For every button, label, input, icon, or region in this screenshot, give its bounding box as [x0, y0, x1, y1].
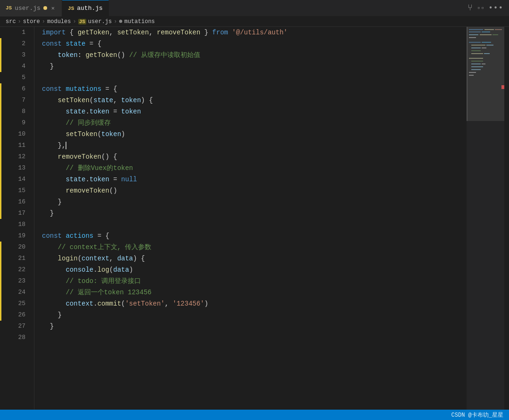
- line-number-12: 12: [8, 151, 29, 162]
- split-editor-icon[interactable]: ▫▫: [476, 4, 484, 12]
- line-number-2: 2: [8, 38, 29, 49]
- token-plain: ,: [113, 95, 121, 106]
- token-plain: .: [85, 106, 89, 117]
- token-prop: console: [66, 264, 93, 275]
- token-plain: = {: [85, 38, 101, 49]
- line-number-9: 9: [8, 117, 29, 129]
- gutter-indicator-2: [0, 38, 1, 49]
- token-var: actions: [66, 230, 93, 242]
- token-plain: [42, 287, 66, 298]
- gutter-indicator-26: [0, 309, 1, 321]
- token-plain: [42, 162, 66, 174]
- code-line-4: }: [42, 61, 467, 72]
- token-plain: [42, 117, 66, 129]
- breadcrumb-src[interactable]: src: [6, 18, 16, 25]
- line-number-6: 6: [8, 83, 29, 95]
- status-bar: CSDN @卡布叻_星星: [0, 410, 509, 420]
- breadcrumb-filename[interactable]: user.js: [88, 18, 112, 25]
- code-line-12: removeToken() {: [42, 151, 467, 162]
- code-area[interactable]: import { getToken, setToken, removeToken…: [34, 27, 467, 410]
- breadcrumb-func-icon: ⊛: [119, 18, 122, 25]
- token-plain: {: [66, 27, 77, 38]
- token-param: data: [117, 253, 133, 264]
- token-fn: removeToken: [66, 185, 109, 196]
- code-line-18: [42, 219, 467, 230]
- minimap[interactable]: [467, 27, 504, 410]
- code-line-19: const actions = {: [42, 230, 467, 242]
- gutter-indicator-15: [0, 185, 1, 196]
- token-plain: .: [93, 264, 97, 275]
- gutter-indicator-11: [0, 140, 1, 151]
- line-number-28: 28: [8, 332, 29, 343]
- line-number-11: 11: [8, 140, 29, 151]
- token-plain: [42, 95, 58, 106]
- code-line-27: }: [42, 321, 467, 332]
- editor-container: JS user.js ✕ JS auth.js ⑂ ▫▫ ••• src › s…: [0, 0, 509, 420]
- line-number-27: 27: [8, 321, 29, 332]
- token-prop: token: [90, 174, 109, 185]
- source-control-icon[interactable]: ⑂: [468, 3, 473, 13]
- token-plain: }: [42, 309, 62, 321]
- line-number-13: 13: [8, 162, 29, 174]
- token-str: 'setToken': [125, 298, 164, 309]
- tab-auth-js[interactable]: JS auth.js: [62, 0, 109, 16]
- vertical-scrollbar[interactable]: [504, 27, 509, 410]
- line-number-21: 21: [8, 253, 29, 264]
- gutter-indicator-13: [0, 162, 1, 174]
- code-line-7: setToken(state, token) {: [42, 95, 467, 106]
- minimap-slider[interactable]: [467, 27, 504, 121]
- token-prop: state: [66, 174, 85, 185]
- token-comment: // 同步到缓存: [66, 117, 110, 129]
- token-plain: [42, 185, 66, 196]
- code-line-24: // 返回一个token 123456: [42, 287, 467, 298]
- token-plain: [62, 230, 66, 242]
- gutter-indicator-20: [0, 242, 1, 253]
- code-line-17: }: [42, 208, 467, 219]
- gutter-line-13: [0, 162, 8, 174]
- token-comment: // 删除Vuex的token: [66, 162, 133, 174]
- token-fn: log: [98, 264, 109, 275]
- gutter-line-18: [0, 219, 8, 230]
- line-number-19: 19: [8, 230, 29, 242]
- tab-user-js[interactable]: JS user.js ✕: [0, 0, 62, 16]
- breadcrumb-modules[interactable]: modules: [47, 18, 71, 25]
- token-plain: [42, 129, 66, 140]
- line-number-3: 3: [8, 49, 29, 61]
- gutter-line-2: [0, 38, 8, 49]
- code-line-22: console.log(data): [42, 264, 467, 275]
- gutter-indicator-21: [0, 253, 1, 264]
- token-str: '123456': [172, 298, 204, 309]
- token-prop: state: [66, 106, 85, 117]
- editor-body: 1234567891011121314151617181920212223242…: [0, 27, 509, 410]
- token-plain: [42, 151, 58, 162]
- token-param: data: [113, 264, 129, 275]
- line-number-4: 4: [8, 61, 29, 72]
- gutter-line-17: [0, 208, 8, 219]
- gutter-indicator-12: [0, 151, 1, 162]
- token-plain: [42, 275, 66, 287]
- more-actions-icon[interactable]: •••: [488, 4, 503, 12]
- token-plain: [228, 27, 232, 38]
- gutter-line-5: [0, 72, 8, 83]
- tab-icon-user-js: JS: [6, 5, 12, 11]
- line-number-25: 25: [8, 298, 29, 309]
- token-plain: [62, 83, 66, 95]
- gutter-indicator-23: [0, 275, 1, 287]
- breadcrumb-store[interactable]: store: [23, 18, 40, 25]
- token-str: '@/utils/auth': [232, 27, 287, 38]
- code-line-20: // context上下文, 传入参数: [42, 242, 467, 253]
- token-plain: (): [109, 185, 117, 196]
- line-number-8: 8: [8, 106, 29, 117]
- breadcrumb-symbol[interactable]: mutations: [124, 18, 155, 25]
- token-prop: context: [66, 298, 93, 309]
- token-obj-key: token: [58, 49, 78, 61]
- token-fn: setToken: [66, 129, 97, 140]
- gutter-line-19: [0, 230, 8, 242]
- token-fn: setToken: [117, 27, 149, 38]
- gutter-indicator-17: [0, 208, 1, 219]
- code-line-21: login(context, data) {: [42, 253, 467, 264]
- tab-label-auth-js: auth.js: [77, 5, 103, 12]
- code-line-23: // todo: 调用登录接口: [42, 275, 467, 287]
- tab-close-user-js[interactable]: ✕: [50, 4, 56, 13]
- token-fn: login: [58, 253, 78, 264]
